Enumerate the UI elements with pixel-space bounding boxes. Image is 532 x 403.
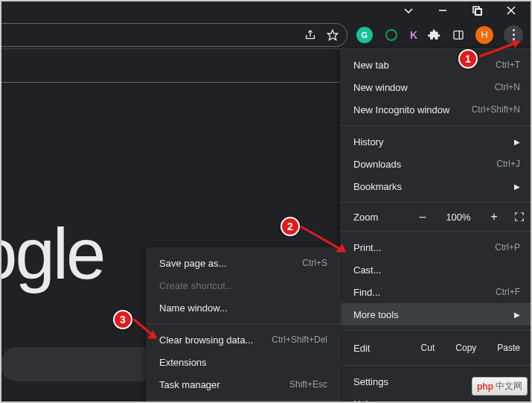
browser-toolbar: G K H [0, 21, 532, 49]
menu-find[interactable]: Find...Ctrl+F [340, 281, 532, 303]
menu-incognito[interactable]: New Incognito windowCtrl+Shift+N [340, 98, 532, 121]
watermark: php中文网 [472, 377, 528, 396]
menu-zoom-row: Zoom – 100% + [340, 207, 532, 226]
menu-history[interactable]: History▶ [340, 130, 532, 153]
zoom-out-button[interactable]: – [413, 210, 432, 223]
submenu-clear-browsing-data[interactable]: Clear browsing data...Ctrl+Shift+Del [146, 329, 341, 351]
menu-separator [340, 231, 532, 232]
profile-avatar[interactable]: H [475, 26, 493, 44]
annotation-marker-2: 2 [281, 217, 300, 236]
menu-more-tools[interactable]: More tools▶ [340, 303, 532, 326]
more-tools-submenu: Save page as...Ctrl+S Create shortcut...… [146, 247, 341, 403]
copy-button[interactable]: Copy [448, 340, 484, 356]
zoom-label: Zoom [353, 212, 404, 223]
paste-button[interactable]: Paste [490, 340, 528, 356]
submenu-name-window[interactable]: Name window... [146, 296, 341, 319]
menu-downloads[interactable]: DownloadsCtrl+J [340, 153, 532, 175]
svg-rect-7 [454, 31, 463, 39]
edit-label: Edit [353, 343, 408, 354]
bookmark-star-icon[interactable] [326, 28, 339, 42]
svg-rect-2 [475, 9, 481, 15]
menu-new-tab[interactable]: New tabCtrl+T [340, 54, 532, 76]
window-titlebar [0, 0, 532, 21]
submenu-create-shortcut: Create shortcut... [146, 274, 341, 296]
zoom-value: 100% [441, 212, 475, 223]
menu-separator [146, 400, 341, 401]
submenu-save-page[interactable]: Save page as...Ctrl+S [146, 252, 341, 274]
menu-edit-row: Edit Cut Copy Paste [340, 335, 532, 361]
minimize-button[interactable] [437, 4, 449, 16]
menu-new-window[interactable]: New windowCtrl+N [340, 76, 532, 98]
google-logo-text: ogle [0, 213, 104, 295]
submenu-extensions[interactable]: Extensions [146, 351, 341, 373]
maximize-button[interactable] [471, 4, 483, 16]
annotation-marker-1: 1 [458, 49, 478, 69]
fullscreen-icon[interactable] [513, 210, 526, 223]
minimize-dropdown-icon[interactable] [403, 4, 414, 16]
annotation-marker-3: 3 [113, 310, 132, 329]
submenu-arrow-icon: ▶ [514, 138, 520, 146]
menu-separator [340, 202, 532, 203]
address-bar[interactable] [0, 23, 347, 47]
menu-separator [340, 125, 532, 126]
grammarly-extension-icon[interactable]: G [356, 27, 373, 43]
submenu-arrow-icon: ▶ [514, 400, 520, 404]
zoom-in-button[interactable]: + [484, 210, 504, 223]
close-button[interactable] [505, 4, 517, 16]
divider [0, 82, 342, 83]
green-circle-extension-icon[interactable] [383, 27, 400, 43]
menu-bookmarks[interactable]: Bookmarks▶ [340, 175, 532, 197]
k-extension-icon[interactable]: K [410, 29, 417, 41]
share-icon[interactable] [304, 28, 317, 42]
toolbar-extensions: G K H [347, 25, 532, 45]
submenu-arrow-icon: ▶ [514, 183, 520, 191]
menu-separator [146, 323, 341, 324]
submenu-arrow-icon: ▶ [514, 311, 520, 319]
chrome-menu-button[interactable] [504, 25, 523, 45]
cut-button[interactable]: Cut [414, 340, 443, 356]
menu-cast[interactable]: Cast... [340, 258, 532, 281]
menu-separator [340, 330, 532, 331]
menu-print[interactable]: Print...Ctrl+P [340, 236, 532, 258]
submenu-task-manager[interactable]: Task managerShift+Esc [146, 373, 341, 396]
side-panel-icon[interactable] [452, 28, 465, 42]
chrome-main-menu: New tabCtrl+T New windowCtrl+N New Incog… [340, 49, 532, 403]
svg-marker-6 [327, 30, 337, 39]
menu-separator [340, 365, 532, 366]
extensions-puzzle-icon[interactable] [428, 28, 441, 42]
